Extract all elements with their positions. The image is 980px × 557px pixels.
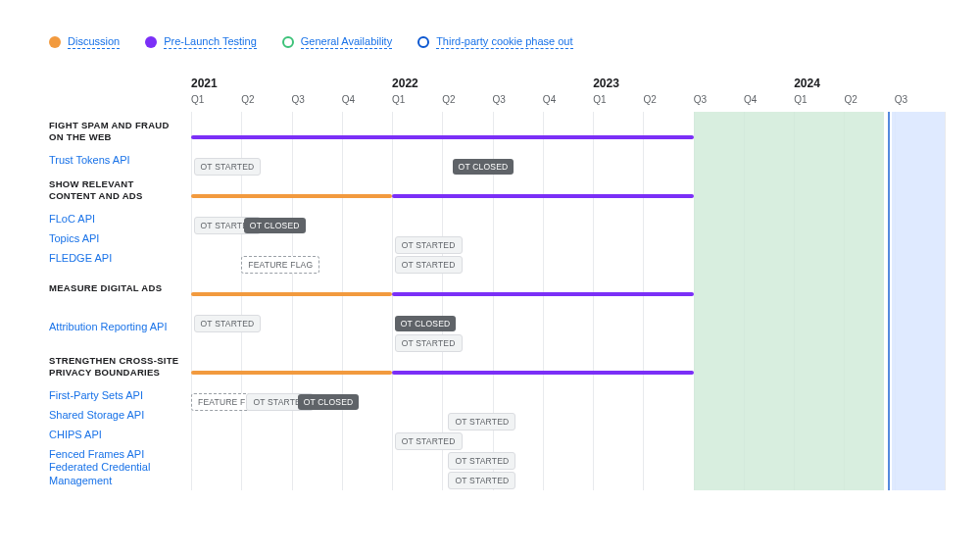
legend-prelaunch[interactable]: Pre-Launch Testing <box>145 35 257 49</box>
legend-dot-icon <box>145 36 157 48</box>
legend-dot-icon <box>282 36 294 48</box>
track-row <box>191 275 945 314</box>
label-row: Shared Storage API <box>49 406 191 426</box>
phase-bar-purple <box>191 135 694 139</box>
api-track: OT STARTEDOT CLOSEDOT STARTED <box>191 314 945 353</box>
axis-quarter-label: Q3 <box>493 94 506 105</box>
section-heading: STRENGTHEN CROSS-SITE PRIVACY BOUNDARIES <box>49 355 191 379</box>
label-row: Attribution Reporting API <box>49 308 191 347</box>
section-heading: MEASURE DIGITAL ADS <box>49 282 191 294</box>
api-track: FEATURE FLAGOT STARTED <box>191 255 945 275</box>
label-row: CHIPS API <box>49 426 191 445</box>
legend-label: Pre-Launch Testing <box>164 35 257 49</box>
label-row: Topics API <box>49 229 191 249</box>
api-link[interactable]: CHIPS API <box>49 429 191 442</box>
label-row: MEASURE DIGITAL ADS <box>49 269 191 308</box>
track-row: OT STARTED <box>191 412 945 431</box>
axis-quarter-label: Q1 <box>593 94 606 105</box>
api-link[interactable]: Fenced Frames API <box>49 448 191 462</box>
axis-quarter-label: Q3 <box>895 94 907 105</box>
milestone-tag-ot_closed: OT CLOSED <box>244 218 306 233</box>
axis-quarter-label: Q1 <box>191 94 204 105</box>
phase-bar-purple <box>392 292 694 296</box>
milestone-tag-ot_started: OT STARTED <box>395 334 463 352</box>
axis-quarter-label: Q2 <box>844 94 857 105</box>
api-link[interactable]: Shared Storage API <box>49 409 191 423</box>
track-row: OT STARTEDOT CLOSED <box>191 216 945 235</box>
api-track: OT STARTED <box>191 471 945 490</box>
section-bar-track <box>191 118 945 157</box>
legend-phaseout[interactable]: Third-party cookie phase out <box>417 35 572 49</box>
legend: Discussion Pre-Launch Testing General Av… <box>49 35 945 49</box>
timeline-chart: FIGHT SPAM AND FRAUD ON THE WEBTrust Tok… <box>49 76 945 490</box>
api-track: OT STARTED <box>191 431 945 451</box>
track-row: OT STARTED <box>191 471 945 490</box>
track-row <box>191 118 945 157</box>
legend-label: General Availability <box>301 35 392 49</box>
axis-quarter-label: Q1 <box>392 94 405 105</box>
track-row: OT STARTED <box>191 235 945 255</box>
track-row: OT STARTEDOT CLOSED <box>191 157 945 177</box>
milestone-tag-ot_started: OT STARTED <box>395 256 463 274</box>
track-row: FEATURE FLAGOT STARTED <box>191 255 945 275</box>
axis-year-label: 2024 <box>794 76 820 90</box>
track-row: FEATURE FLAGOT STARTEDOT CLOSED <box>191 392 945 412</box>
phase-bar-orange <box>191 194 392 198</box>
phase-bar-orange <box>191 292 392 296</box>
api-link[interactable]: FLEDGE API <box>49 252 191 266</box>
milestone-tag-ot_started: OT STARTED <box>194 158 262 176</box>
label-row: Federated Credential Management <box>49 465 191 484</box>
axis-year-label: 2022 <box>392 76 418 90</box>
legend-dot-icon <box>417 36 429 48</box>
api-track: OT STARTEDOT CLOSED <box>191 216 945 235</box>
milestone-tag-ot_started: OT STARTED <box>194 315 262 332</box>
section-bar-track <box>191 177 945 216</box>
api-track: OT STARTED <box>191 412 945 431</box>
phase-bar-purple <box>392 194 694 198</box>
label-row: FIGHT SPAM AND FRAUD ON THE WEB <box>49 112 191 151</box>
section-heading: FIGHT SPAM AND FRAUD ON THE WEB <box>49 120 191 143</box>
api-link[interactable]: Trust Tokens API <box>49 154 191 168</box>
label-row: First-Party Sets API <box>49 386 191 406</box>
milestone-tag-ot_started: OT STARTED <box>448 472 515 489</box>
label-row: FLEDGE API <box>49 249 191 269</box>
milestone-tag-ot_closed: OT CLOSED <box>453 159 514 175</box>
milestone-tag-ot_closed: OT CLOSED <box>395 316 457 331</box>
grid-line <box>945 112 946 490</box>
axis-quarter-label: Q4 <box>342 94 355 105</box>
milestone-tag-ot_closed: OT CLOSED <box>298 394 360 410</box>
phase-bar-orange <box>191 371 392 375</box>
track-row <box>191 353 945 392</box>
legend-label: Discussion <box>68 35 120 49</box>
legend-discussion[interactable]: Discussion <box>49 35 120 49</box>
api-track: OT STARTEDOT CLOSED <box>191 157 945 177</box>
legend-dot-icon <box>49 36 61 48</box>
section-bar-track <box>191 275 945 314</box>
track-row <box>191 177 945 216</box>
axis-quarter-label: Q3 <box>292 94 305 105</box>
track-row: OT STARTED <box>191 451 945 471</box>
axis-quarter-label: Q2 <box>643 94 656 105</box>
axis-quarter-label: Q1 <box>794 94 807 105</box>
milestone-tag-ot_started: OT STARTED <box>448 413 515 430</box>
api-link[interactable]: FLoC API <box>49 213 191 227</box>
row-labels-col: FIGHT SPAM AND FRAUD ON THE WEBTrust Tok… <box>49 76 191 490</box>
axis-quarter-label: Q4 <box>543 94 556 105</box>
api-link[interactable]: Topics API <box>49 232 191 246</box>
milestone-tag-feature_flag: FEATURE FLAG <box>241 256 319 274</box>
axis-quarter-label: Q3 <box>694 94 707 105</box>
milestone-tag-ot_started: OT STARTED <box>448 452 515 470</box>
api-link[interactable]: First-Party Sets API <box>49 389 191 403</box>
axis-quarter-label: Q2 <box>241 94 254 105</box>
label-row: Trust Tokens API <box>49 151 191 171</box>
axis-years: 2021202220232024 <box>191 76 945 94</box>
track-row: OT STARTEDOT CLOSEDOT STARTED <box>191 314 945 353</box>
timeline-grid: 2021202220232024 Q1Q2Q3Q4Q1Q2Q3Q4Q1Q2Q3Q… <box>191 76 945 490</box>
legend-ga[interactable]: General Availability <box>282 35 392 49</box>
track-row: OT STARTED <box>191 431 945 451</box>
api-link[interactable]: Attribution Reporting API <box>49 321 191 334</box>
section-heading: SHOW RELEVANT CONTENT AND ADS <box>49 178 191 202</box>
label-row: STRENGTHEN CROSS-SITE PRIVACY BOUNDARIES <box>49 347 191 386</box>
axis-quarter-label: Q4 <box>744 94 757 105</box>
api-link[interactable]: Federated Credential Management <box>49 461 191 488</box>
